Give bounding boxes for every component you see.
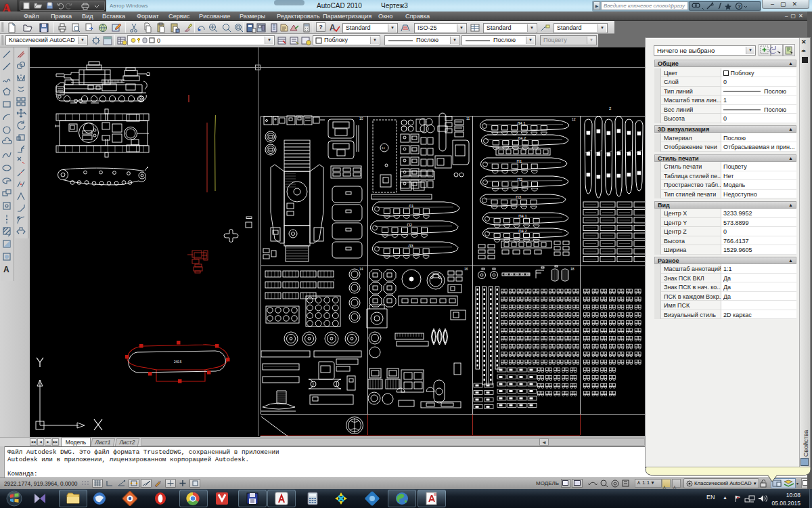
svg-text:0: 0 (157, 37, 160, 44)
svg-text:240.5: 240.5 (174, 360, 182, 364)
svg-text:A: A (3, 265, 9, 274)
svg-text:10: 10 (359, 117, 363, 121)
svg-text:18: 18 (570, 267, 574, 271)
svg-text:П2: П2 (407, 223, 412, 227)
svg-text:A: A (330, 23, 336, 33)
svg-text:16: 16 (464, 267, 468, 271)
svg-text:П2: П2 (517, 177, 522, 182)
svg-text:П4.2: П4.2 (518, 229, 527, 233)
svg-text:Л1: Л1 (409, 204, 414, 208)
svg-text:12: 12 (572, 117, 576, 121)
svg-text:ЛЗ: ЛЗ (408, 244, 413, 248)
svg-text:Послою: Послою (764, 106, 786, 113)
svg-text:3.1: 3.1 (382, 147, 385, 150)
svg-text:Л4.1: Л4.1 (517, 121, 526, 125)
svg-text:11: 11 (466, 117, 470, 121)
svg-text:П1: П1 (517, 159, 522, 163)
svg-text:Л4.2: Л4.2 (518, 136, 526, 140)
svg-text:ПЗ: ПЗ (516, 195, 521, 199)
svg-text:?: ? (738, 3, 741, 9)
svg-text:Послою: Послою (764, 88, 786, 95)
svg-text:14: 14 (359, 267, 363, 271)
svg-text:П4.1: П4.1 (518, 214, 527, 218)
